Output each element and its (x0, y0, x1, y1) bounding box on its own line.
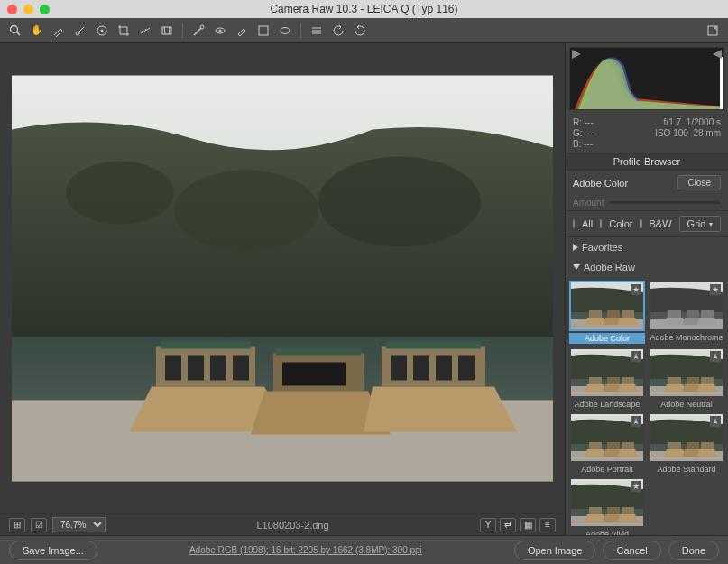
profile-filter-row: All Color B&W Grid ▾ (566, 210, 728, 237)
svg-rect-31 (188, 356, 204, 381)
zoom-level-select[interactable]: 76.7% (52, 517, 106, 532)
svg-line-3 (79, 27, 85, 32)
svg-line-8 (145, 29, 146, 31)
profile-thumb[interactable]: ★Adobe Color (569, 281, 645, 344)
view-mode-select[interactable]: Grid ▾ (679, 216, 722, 232)
svg-rect-71 (589, 442, 602, 449)
svg-line-11 (169, 27, 170, 34)
radial-filter-tool-icon[interactable] (277, 23, 293, 39)
shadow-clip-icon[interactable] (572, 50, 581, 59)
cancel-button[interactable]: Cancel (603, 541, 660, 560)
red-eye-tool-icon[interactable] (212, 23, 228, 39)
profile-thumb-image[interactable]: ★ (649, 347, 724, 398)
rotate-ccw-icon[interactable] (330, 23, 346, 39)
sidebar-panel: R: --- G: --- B: --- f/1.7 1/2000 s ISO … (566, 43, 728, 535)
favorite-star-icon[interactable]: ★ (631, 284, 641, 295)
svg-rect-43 (720, 57, 723, 109)
svg-rect-84 (607, 507, 620, 514)
profile-thumb[interactable]: ★Adobe Neutral (649, 347, 724, 409)
svg-point-0 (11, 25, 18, 32)
profile-thumb-label: Adobe Neutral (649, 400, 724, 409)
spot-removal-tool-icon[interactable] (190, 23, 207, 39)
favorite-star-icon[interactable]: ★ (631, 416, 641, 427)
favorite-star-icon[interactable]: ★ (710, 416, 721, 427)
histogram-display[interactable] (569, 47, 724, 110)
profile-thumb-image[interactable]: ★ (569, 281, 645, 331)
profile-thumb-image[interactable]: ★ (569, 347, 645, 398)
close-profile-browser-button[interactable]: Close (677, 175, 721, 190)
svg-rect-35 (276, 348, 361, 356)
straighten-tool-icon[interactable] (137, 23, 153, 39)
transform-tool-icon[interactable] (159, 23, 175, 39)
svg-point-16 (281, 27, 290, 33)
adobe-raw-section-header[interactable]: Adobe Raw (566, 257, 728, 277)
info-readout: R: --- G: --- B: --- f/1.7 1/2000 s ISO … (566, 114, 728, 153)
preview-menu-button[interactable]: ≡ (539, 518, 556, 532)
filmstrip-toggle-icon[interactable]: ⊞ (9, 518, 25, 532)
svg-rect-66 (687, 377, 699, 384)
profile-thumb-image[interactable]: ★ (569, 412, 645, 463)
amount-slider-row: Amount (566, 195, 728, 210)
highlight-clip-icon[interactable] (713, 50, 722, 59)
crop-tool-icon[interactable] (115, 23, 132, 39)
rotate-cw-icon[interactable] (352, 23, 368, 39)
select-rated-icon[interactable]: ☑ (31, 518, 47, 532)
svg-rect-59 (589, 377, 602, 384)
amount-slider[interactable] (609, 201, 721, 204)
favorite-star-icon[interactable]: ★ (710, 284, 721, 295)
graduated-filter-tool-icon[interactable] (255, 23, 272, 39)
favorite-star-icon[interactable]: ★ (710, 351, 721, 362)
target-adjust-tool-icon[interactable] (94, 23, 110, 39)
profile-thumb[interactable]: ★Adobe Monochrome (649, 281, 724, 344)
svg-rect-79 (701, 442, 714, 449)
zoom-tool-icon[interactable] (7, 23, 23, 39)
white-balance-tool-icon[interactable] (51, 23, 67, 39)
done-button[interactable]: Done (668, 541, 719, 560)
preview-area: ⊞ ☑ 76.7% L1080203-2.dng Y ⇄ ▦ ≡ (0, 43, 566, 535)
profile-thumb-image[interactable]: ★ (649, 281, 724, 331)
profile-thumb[interactable]: ★Adobe Standard (649, 412, 724, 474)
profile-browser-title: Profile Browser (566, 153, 728, 171)
before-after-button[interactable]: Y (480, 518, 496, 532)
fullscreen-icon[interactable] (705, 23, 721, 39)
profile-thumb-image[interactable]: ★ (649, 412, 724, 463)
preview-image[interactable] (9, 52, 556, 504)
profile-thumb-label: Adobe Landscape (569, 400, 645, 409)
svg-line-7 (142, 31, 143, 32)
svg-rect-83 (589, 507, 602, 514)
favorite-star-icon[interactable]: ★ (631, 481, 641, 492)
profile-thumb-image[interactable]: ★ (569, 477, 645, 528)
filter-all-radio[interactable] (573, 219, 575, 228)
color-sampler-tool-icon[interactable] (72, 23, 88, 39)
svg-rect-41 (436, 356, 452, 381)
svg-rect-49 (622, 310, 634, 318)
window-titlebar: Camera Raw 10.3 - LEICA Q (Typ 116) (0, 0, 728, 18)
favorites-section-header[interactable]: Favorites (566, 237, 728, 257)
adjustment-brush-tool-icon[interactable] (234, 23, 250, 39)
amount-label: Amount (573, 198, 604, 208)
svg-rect-15 (259, 26, 268, 35)
cycle-preview-button[interactable]: ▦ (520, 518, 536, 532)
svg-rect-53 (668, 310, 681, 318)
hand-tool-icon[interactable]: ✋ (29, 23, 45, 39)
filter-bw-radio[interactable] (640, 219, 642, 228)
svg-rect-30 (165, 356, 181, 381)
save-image-button[interactable]: Save Image... (9, 541, 97, 560)
svg-point-2 (76, 32, 79, 35)
profile-thumb[interactable]: ★Adobe Landscape (569, 347, 645, 409)
filter-color-radio[interactable] (600, 219, 602, 228)
profile-thumb-label: Adobe Portrait (569, 465, 645, 474)
workflow-options-link[interactable]: Adobe RGB (1998); 16 bit; 2295 by 1662 (… (105, 545, 507, 555)
swap-before-after-button[interactable]: ⇄ (500, 518, 516, 532)
list-view-icon[interactable] (309, 23, 325, 39)
window-title: Camera Raw 10.3 - LEICA Q (Typ 116) (0, 3, 728, 15)
svg-rect-60 (607, 377, 620, 384)
profile-thumb[interactable]: ★Adobe Vivid (569, 477, 645, 535)
svg-point-24 (318, 157, 481, 247)
svg-rect-77 (668, 442, 681, 449)
favorite-star-icon[interactable]: ★ (631, 351, 641, 362)
svg-line-10 (164, 27, 165, 34)
svg-rect-61 (622, 377, 634, 384)
open-image-button[interactable]: Open Image (514, 541, 596, 560)
profile-thumb[interactable]: ★Adobe Portrait (569, 412, 645, 474)
